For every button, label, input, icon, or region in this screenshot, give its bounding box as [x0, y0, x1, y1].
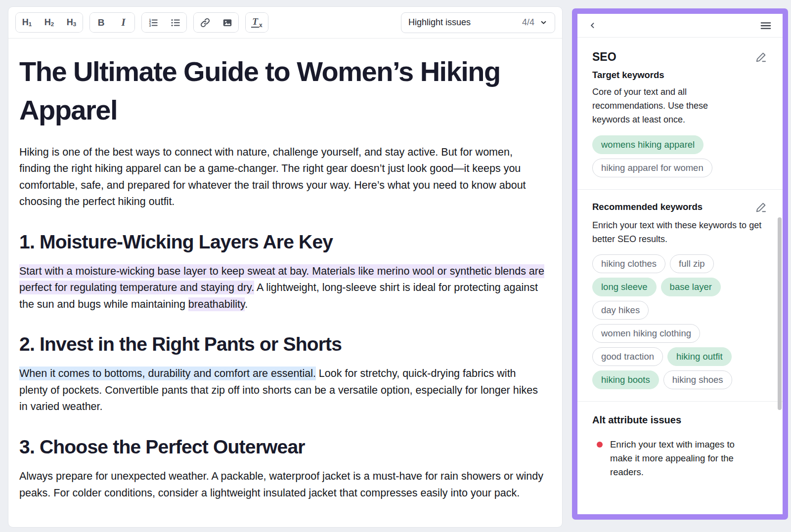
keyword-pill[interactable]: hiking shoes	[663, 370, 732, 389]
keyword-pill-row: hiking clothesfull zip	[592, 254, 768, 273]
target-keywords-list: womens hiking apparelhiking apparel for …	[592, 135, 768, 177]
image-icon	[222, 17, 233, 28]
text-segment: Always prepare for unexpected weather. A…	[19, 470, 543, 499]
keyword-pill-row: women hiking clothing	[592, 324, 768, 343]
ordered-list-icon: 123	[148, 17, 159, 28]
seo-section-title: SEO	[592, 50, 616, 64]
seo-panel-inner: SEO Target keywords Core of your text an…	[577, 14, 783, 514]
keyword-pill[interactable]: womens hiking apparel	[592, 135, 703, 154]
editor-card: H1 H2 H3 B I	[8, 6, 563, 528]
panel-topbar	[577, 14, 783, 38]
document-title[interactable]: The Ultimate Guide to Women’s Hiking App…	[19, 52, 514, 129]
ordered-list-button[interactable]: 123	[142, 13, 164, 32]
highlight-issues-dropdown[interactable]: Highlight issues 4/4	[401, 12, 555, 33]
keyword-pill[interactable]: hiking apparel for women	[592, 159, 712, 177]
menu-button[interactable]	[758, 18, 773, 33]
hamburger-icon	[759, 19, 772, 32]
h1-button[interactable]: H1	[16, 13, 38, 32]
image-button[interactable]	[216, 13, 238, 32]
clear-formatting-icon: Tx	[251, 17, 262, 29]
recommended-keywords-list: hiking clothesfull ziplong sleevebase la…	[592, 254, 768, 389]
h2-label-sub: 2	[51, 21, 54, 27]
section-heading-2[interactable]: 2. Invest in the Right Pants or Shorts	[19, 333, 551, 355]
keyword-pill-row: hiking bootshiking shoes	[592, 370, 768, 389]
italic-icon: I	[121, 16, 125, 29]
keyword-pill-row: womens hiking apparel	[592, 135, 768, 154]
clear-formatting-button[interactable]: Tx	[246, 13, 268, 32]
keyword-pill[interactable]: hiking outfit	[667, 347, 732, 366]
pencil-icon	[755, 51, 767, 63]
document-editor[interactable]: The Ultimate Guide to Women’s Hiking App…	[8, 39, 562, 501]
bold-icon: B	[98, 17, 105, 28]
section-divider	[577, 189, 783, 190]
svg-text:3: 3	[149, 23, 151, 27]
highlighted-text: When it comes to bottoms, durability and…	[19, 367, 316, 380]
section-paragraph-2[interactable]: When it comes to bottoms, durability and…	[19, 366, 544, 415]
issue-dot-icon	[597, 442, 603, 448]
keyword-pill-row: good tractionhiking outfit	[592, 347, 768, 366]
highlight-issues-count: 4/4	[522, 17, 534, 28]
pencil-icon	[755, 202, 767, 213]
section-heading-1[interactable]: 1. Moisture-Wicking Layers Are Key	[19, 231, 551, 253]
keyword-pill[interactable]: full zip	[670, 254, 713, 273]
section-divider	[577, 401, 783, 402]
h1-label: H	[22, 17, 29, 28]
keyword-pill[interactable]: good traction	[592, 347, 663, 366]
keyword-pill[interactable]: women hiking clothing	[592, 324, 700, 343]
h2-button[interactable]: H2	[38, 13, 60, 32]
link-button[interactable]	[194, 13, 216, 32]
bold-button[interactable]: B	[90, 13, 112, 32]
clear-format-group: Tx	[245, 12, 268, 33]
highlight-issues-label: Highlight issues	[408, 17, 517, 28]
editor-toolbar: H1 H2 H3 B I	[8, 7, 562, 38]
format-buttons-group: B I	[89, 12, 135, 33]
italic-button[interactable]: I	[112, 13, 134, 32]
keyword-pill-row: day hikes	[592, 301, 768, 320]
recommended-header-row: Recommended keywords	[592, 201, 768, 214]
recommended-keywords-title: Recommended keywords	[592, 202, 703, 212]
edit-target-keywords-button[interactable]	[754, 50, 768, 64]
section-paragraph-1[interactable]: Start with a moisture-wicking base layer…	[19, 263, 544, 313]
highlighted-text: breathability	[188, 297, 245, 311]
keyword-pill[interactable]: hiking boots	[592, 370, 659, 389]
text-segment: Hiking is one of the best ways to connec…	[19, 146, 526, 208]
keyword-pill[interactable]: day hikes	[592, 301, 649, 320]
text-segment: .	[245, 298, 248, 310]
h1-label-sub: 1	[29, 21, 32, 27]
chevron-left-icon	[588, 21, 597, 30]
intro-paragraph[interactable]: Hiking is one of the best ways to connec…	[19, 144, 544, 210]
section-heading-3[interactable]: 3. Choose the Perfect Outerwear	[19, 436, 551, 458]
seo-header-row: SEO	[592, 50, 768, 64]
keyword-pill[interactable]: long sleeve	[592, 278, 657, 296]
keyword-pill[interactable]: hiking clothes	[592, 254, 665, 273]
bullet-list-icon	[170, 17, 181, 28]
keyword-pill-row: hiking apparel for women	[592, 159, 768, 177]
list-buttons-group: 123	[141, 12, 187, 33]
keyword-pill[interactable]: base layer	[661, 278, 721, 296]
h3-button[interactable]: H3	[60, 13, 83, 32]
alt-issue-item: Enrich your text with images to make it …	[592, 438, 768, 479]
target-keywords-title: Target keywords	[592, 70, 768, 81]
keyword-pill-row: long sleevebase layer	[592, 278, 768, 296]
alt-issue-text: Enrich your text with images to make it …	[610, 438, 759, 479]
bullet-list-button[interactable]	[164, 13, 186, 32]
h3-label: H	[67, 17, 73, 28]
alt-attribute-issues-title: Alt attribute issues	[592, 414, 768, 426]
panel-scrollbar-thumb[interactable]	[778, 217, 782, 410]
chevron-down-icon	[539, 18, 548, 27]
seo-assistant-panel: SEO Target keywords Core of your text an…	[572, 8, 788, 520]
section-paragraph-3[interactable]: Always prepare for unexpected weather. A…	[19, 468, 544, 501]
h2-label: H	[44, 17, 51, 28]
h3-label-sub: 3	[73, 21, 76, 27]
back-button[interactable]	[587, 20, 598, 31]
link-icon	[200, 17, 211, 28]
recommended-keywords-description: Enrich your text with these keywords to …	[592, 219, 768, 246]
insert-buttons-group	[193, 12, 239, 33]
panel-body: SEO Target keywords Core of your text an…	[577, 38, 783, 514]
target-keywords-description: Core of your text and all recommendation…	[592, 85, 731, 127]
heading-buttons-group: H1 H2 H3	[15, 12, 83, 33]
edit-recommended-keywords-button[interactable]	[754, 201, 768, 214]
